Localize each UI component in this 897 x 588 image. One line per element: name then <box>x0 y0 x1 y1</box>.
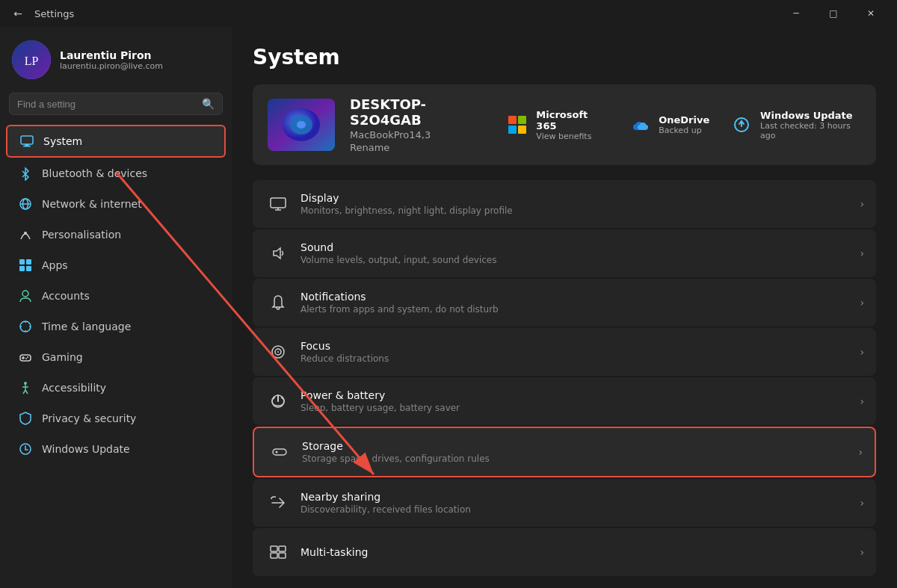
sidebar-item-label: Gaming <box>42 351 83 363</box>
titlebar-left: ← Settings <box>9 4 74 22</box>
sidebar-item-apps[interactable]: Apps <box>6 250 226 280</box>
svg-point-22 <box>27 356 28 358</box>
svg-line-27 <box>23 390 25 394</box>
user-profile[interactable]: LP Laurentiu Piron laurentiu.piron@live.… <box>0 27 232 90</box>
power-title: Power & battery <box>300 389 860 401</box>
winupdate-info: Windows Update Last checked: 3 hours ago <box>760 110 861 140</box>
onedrive-name: OneDrive <box>659 114 709 126</box>
focus-content: Focus Reduce distractions <box>300 340 860 364</box>
sidebar-item-accessibility[interactable]: Accessibility <box>6 373 226 403</box>
svg-rect-35 <box>518 116 526 124</box>
bluetooth-icon <box>18 166 33 181</box>
maximize-button[interactable]: □ <box>816 1 851 25</box>
settings-item-display[interactable]: Display Monitors, brightness, night ligh… <box>253 180 876 228</box>
svg-point-13 <box>22 291 28 297</box>
sidebar-item-gaming[interactable]: Gaming <box>6 342 226 372</box>
svg-point-45 <box>277 351 279 353</box>
apps-icon <box>18 258 33 273</box>
svg-line-28 <box>25 390 28 394</box>
focus-title: Focus <box>300 340 860 352</box>
privacy-icon <box>18 411 33 426</box>
nearby-arrow: › <box>860 497 864 509</box>
sound-icon <box>265 240 292 267</box>
settings-item-nearby[interactable]: Nearby sharing Discoverability, received… <box>253 479 876 527</box>
multitasking-title: Multi-tasking <box>300 546 860 558</box>
nearby-icon <box>265 489 292 516</box>
sidebar-item-system[interactable]: System <box>6 125 226 158</box>
nearby-content: Nearby sharing Discoverability, received… <box>300 491 860 515</box>
sidebar-item-time[interactable]: Time & language <box>6 312 226 341</box>
update-icon <box>18 442 33 457</box>
time-icon <box>18 319 33 334</box>
svg-rect-37 <box>518 126 526 134</box>
svg-point-49 <box>276 451 278 454</box>
gaming-icon <box>18 350 33 365</box>
service-winupdate: Windows Update Last checked: 3 hours ago <box>730 109 861 141</box>
display-arrow: › <box>860 198 864 210</box>
storage-arrow: › <box>858 446 863 458</box>
sound-arrow: › <box>860 247 864 259</box>
main-content: System <box>232 27 897 588</box>
sidebar-item-label: Apps <box>42 259 68 271</box>
svg-rect-11 <box>19 266 25 271</box>
sidebar-item-update[interactable]: Windows Update <box>6 434 226 464</box>
minimize-button[interactable]: ─ <box>779 1 813 25</box>
back-button[interactable]: ← <box>9 4 27 22</box>
device-rename[interactable]: Rename <box>350 142 492 153</box>
sidebar-item-label: Personalisation <box>42 229 121 241</box>
settings-item-focus[interactable]: Focus Reduce distractions › <box>253 328 876 376</box>
svg-point-17 <box>25 330 26 332</box>
device-card: DESKTOP-S2O4GAB MacBookPro14,3 Rename Mi… <box>253 84 876 165</box>
svg-rect-52 <box>271 553 277 558</box>
svg-rect-12 <box>26 266 31 271</box>
device-name: DESKTOP-S2O4GAB <box>350 96 492 128</box>
notifications-content: Notifications Alerts from apps and syste… <box>300 291 860 315</box>
sidebar-item-label: Bluetooth & devices <box>42 167 147 179</box>
sidebar-item-network[interactable]: Network & internet <box>6 189 226 219</box>
ms365-name: Microsoft 365 <box>536 109 606 131</box>
settings-item-multitasking[interactable]: Multi-tasking › <box>253 528 876 576</box>
display-title: Display <box>300 192 860 204</box>
accessibility-icon <box>18 380 33 395</box>
notifications-arrow: › <box>860 297 864 309</box>
svg-point-15 <box>25 321 26 323</box>
user-name: Laurentiu Piron <box>60 49 163 61</box>
svg-point-18 <box>20 326 22 327</box>
close-button[interactable]: ✕ <box>854 1 888 25</box>
ms365-sub: View benefits <box>536 131 606 141</box>
device-thumbnail <box>268 99 335 151</box>
sidebar: LP Laurentiu Piron laurentiu.piron@live.… <box>0 27 232 588</box>
sidebar-item-bluetooth[interactable]: Bluetooth & devices <box>6 158 226 188</box>
svg-rect-34 <box>508 116 517 124</box>
power-content: Power & battery Sleep, battery usage, ba… <box>300 389 860 413</box>
sound-title: Sound <box>300 241 860 253</box>
search-box[interactable]: 🔍 <box>9 93 223 115</box>
storage-content: Storage Storage space, drives, configura… <box>302 440 858 464</box>
avatar: LP <box>12 40 51 79</box>
svg-point-24 <box>24 382 27 385</box>
sidebar-item-accounts[interactable]: Accounts <box>6 281 226 311</box>
sidebar-item-personalisation[interactable]: Personalisation <box>6 220 226 250</box>
sidebar-item-privacy[interactable]: Privacy & security <box>6 403 226 433</box>
settings-item-power[interactable]: Power & battery Sleep, battery usage, ba… <box>253 377 876 425</box>
settings-item-sound[interactable]: Sound Volume levels, output, input, soun… <box>253 229 876 277</box>
nearby-title: Nearby sharing <box>300 491 860 503</box>
focus-icon <box>265 338 292 365</box>
svg-rect-39 <box>271 198 286 208</box>
settings-item-notifications[interactable]: Notifications Alerts from apps and syste… <box>253 279 876 327</box>
sound-desc: Volume levels, output, input, sound devi… <box>300 255 860 265</box>
settings-item-storage[interactable]: Storage Storage space, drives, configura… <box>253 427 876 477</box>
multitasking-icon <box>265 539 292 566</box>
notifications-icon <box>265 289 292 316</box>
storage-icon <box>266 439 293 465</box>
nearby-desc: Discoverability, received files location <box>300 504 860 515</box>
device-services: Microsoft 365 View benefits OneDrive Bac… <box>507 109 861 141</box>
service-ms365: Microsoft 365 View benefits <box>507 109 607 141</box>
display-content: Display Monitors, brightness, night ligh… <box>300 192 860 216</box>
winupdate-sub: Last checked: 3 hours ago <box>760 121 861 140</box>
onedrive-info: OneDrive Backed up <box>659 114 709 135</box>
winupdate-name: Windows Update <box>760 110 861 121</box>
search-input[interactable] <box>17 99 196 110</box>
device-model: MacBookPro14,3 <box>350 129 492 140</box>
user-info: Laurentiu Piron laurentiu.piron@live.com <box>60 49 163 71</box>
